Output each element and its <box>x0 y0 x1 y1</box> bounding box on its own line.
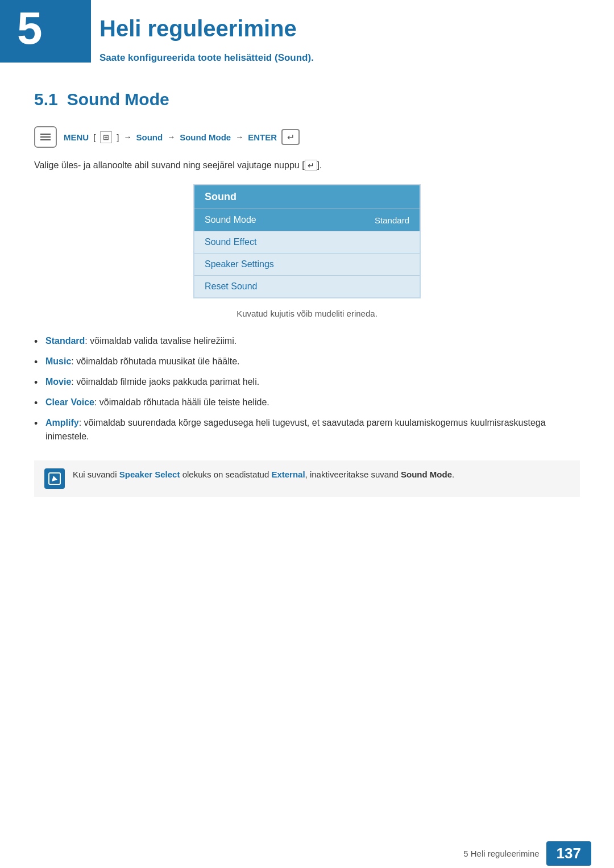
note-text-before: Kui suvandi <box>73 470 119 479</box>
bullet-bold-movie: Movie <box>45 377 71 387</box>
footer-text: 5 Heli reguleerimine <box>463 849 539 858</box>
bracket-open: [ <box>93 132 96 142</box>
header-bar: 5 <box>0 0 91 63</box>
menu-item-label-reset-sound: Reset Sound <box>205 281 258 292</box>
bullet-text-standard: : võimaldab valida tavalise helirežiimi. <box>85 336 237 346</box>
sound-menu-title: Sound <box>194 185 420 209</box>
nav-arrow-2: → <box>167 132 175 142</box>
description-text: Valige üles- ja allanoolte abil suvand n… <box>34 160 580 171</box>
section-title: 5.1 Sound Mode <box>34 90 580 109</box>
chapter-subtitle: Saate konfigureerida toote helisätteid (… <box>99 52 314 64</box>
subtitle-bold: Sound <box>278 52 308 63</box>
menu-item-label-sound-mode: Sound Mode <box>205 215 256 225</box>
note-external: External <box>271 470 305 479</box>
note-text-middle: olekuks on seadistatud <box>180 470 271 479</box>
nav-sound-mode: Sound Mode <box>180 132 231 142</box>
menu-item-label-speaker-settings: Speaker Settings <box>205 259 274 269</box>
note-sound-mode: Sound Mode <box>401 470 452 479</box>
note-icon <box>44 468 65 489</box>
sound-menu: Sound Sound Mode Standard Sound Effect S… <box>193 184 421 298</box>
bullet-list: Standard: võimaldab valida tavalise heli… <box>34 334 580 443</box>
bullet-text-clear-voice: : võimaldab rõhutada hääli üle teiste he… <box>94 397 269 407</box>
chapter-number: 5 <box>17 6 43 51</box>
bullet-text-music: : võimaldab rõhutada muusikat üle häälte… <box>71 356 239 366</box>
note-text-after: , inaktiveeritakse suvand <box>305 470 401 479</box>
bullet-text-amplify: : võimaldab suurendada kõrge sagedusega … <box>45 418 546 441</box>
list-item: Music: võimaldab rõhutada muusikat üle h… <box>34 355 580 368</box>
menu-item-value-sound-mode: Standard <box>375 215 409 225</box>
footer-page-number: 137 <box>546 841 591 866</box>
subtitle-end: ). <box>308 52 314 63</box>
note-box: Kui suvandi Speaker Select olekuks on se… <box>34 460 580 497</box>
nav-arrow-3: → <box>235 132 243 142</box>
note-speaker-select: Speaker Select <box>119 470 180 479</box>
nav-sound: Sound <box>136 132 163 142</box>
menu-item-label-sound-effect: Sound Effect <box>205 237 256 247</box>
enter-symbol-inline: ↵ <box>305 160 317 171</box>
bracket-close: ] <box>117 132 119 142</box>
subtitle-text: Saate konfigureerida toote helisätteid ( <box>99 52 278 63</box>
sound-menu-wrapper: Sound Sound Mode Standard Sound Effect S… <box>34 184 580 298</box>
bullet-bold-music: Music <box>45 356 71 366</box>
list-item: Amplify: võimaldab suurendada kõrge sage… <box>34 416 580 443</box>
menu-icon <box>34 126 57 148</box>
section-name: Sound Mode <box>67 90 169 109</box>
image-note: Kuvatud kujutis võib mudeliti erineda. <box>34 309 580 318</box>
bullet-bold-amplify: Amplify <box>45 418 79 427</box>
sound-menu-item-reset-sound[interactable]: Reset Sound <box>194 275 420 297</box>
nav-enter: ENTER <box>248 132 277 142</box>
nav-arrow-1: → <box>124 132 132 142</box>
list-item: Standard: võimaldab valida tavalise heli… <box>34 334 580 348</box>
section-number: 5.1 <box>34 90 58 109</box>
enter-icon: ↵ <box>281 129 300 145</box>
chapter-title: Heli reguleerimine <box>99 16 297 41</box>
note-text-end: . <box>452 470 454 479</box>
bullet-bold-standard: Standard <box>45 336 85 346</box>
sound-menu-item-sound-mode[interactable]: Sound Mode Standard <box>194 209 420 231</box>
footer: 5 Heli reguleerimine 137 <box>0 838 614 868</box>
list-item: Movie: võimaldab filmide jaoks pakkuda p… <box>34 375 580 389</box>
menu-label: MENU <box>64 132 89 142</box>
section-container: 5.1 Sound Mode MENU [ ⊞ ] → Sound → Soun… <box>34 90 580 514</box>
note-text: Kui suvandi Speaker Select olekuks on se… <box>73 468 454 481</box>
sound-menu-item-speaker-settings[interactable]: Speaker Settings <box>194 253 420 275</box>
menu-symbol: ⊞ <box>100 131 112 143</box>
menu-navigation: MENU [ ⊞ ] → Sound → Sound Mode → ENTER … <box>34 126 580 148</box>
list-item: Clear Voice: võimaldab rõhutada hääli ül… <box>34 396 580 409</box>
bullet-text-movie: : võimaldab filmide jaoks pakkuda parima… <box>71 377 259 387</box>
bullet-bold-clear-voice: Clear Voice <box>45 397 94 407</box>
sound-menu-item-sound-effect[interactable]: Sound Effect <box>194 231 420 253</box>
pencil-icon <box>48 472 61 485</box>
